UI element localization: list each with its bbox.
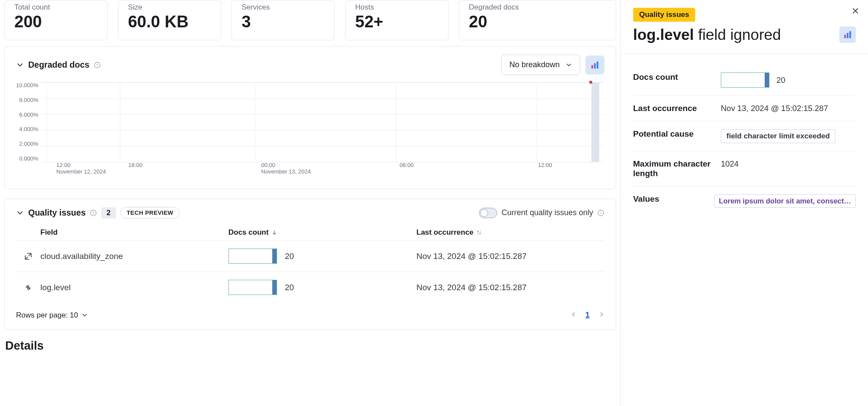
- last-occurrence: Nov 13, 2024 @ 15:02:15.287: [416, 283, 604, 292]
- sort-desc-icon: [271, 229, 277, 236]
- expand-icon[interactable]: [16, 252, 40, 260]
- col-docs[interactable]: Docs count: [228, 228, 416, 237]
- table-row[interactable]: log.level20Nov 13, 2024 @ 15:02:15.287: [16, 272, 604, 303]
- flyout-title: log.level field ignored: [633, 26, 856, 43]
- help-icon[interactable]: ?: [597, 210, 604, 216]
- bar-chart-icon: [591, 61, 599, 69]
- stat-label: Size: [128, 3, 211, 12]
- svg-rect-4: [597, 62, 598, 69]
- close-button[interactable]: [851, 7, 859, 16]
- svg-text:?: ?: [92, 211, 95, 215]
- svg-rect-10: [847, 33, 848, 38]
- stat-value: 60.0 KB: [128, 13, 211, 31]
- stat-size: Size 60.0 KB: [118, 0, 221, 40]
- panel-title: Quality issues: [28, 208, 86, 218]
- stat-label: Total count: [14, 3, 98, 12]
- qi-table-header: Field Docs count Last occurrence: [16, 225, 604, 240]
- bar-chart-icon[interactable]: [839, 26, 856, 43]
- docs-bar: [228, 249, 277, 264]
- current-only-toggle[interactable]: [479, 208, 497, 218]
- stat-hosts: Hosts 52+: [345, 0, 449, 40]
- kv-max-char-label: Maximum character length: [633, 159, 717, 178]
- kv-last-occurrence-label: Last occurrence: [633, 104, 717, 113]
- expand-icon[interactable]: [16, 284, 40, 291]
- rows-per-page-select[interactable]: Rows per page: 10: [16, 311, 88, 320]
- field-name: cloud.availability_zone: [40, 252, 228, 261]
- stat-degraded-docs: Degraded docs 20: [459, 0, 616, 40]
- degraded-docs-panel: Degraded docs ? No breakdown: [4, 46, 616, 189]
- last-occurrence: Nov 13, 2024 @ 15:02:15.287: [416, 252, 604, 261]
- toggle-label: Current quality issues only: [502, 208, 593, 217]
- flyout-badge: Quality issues: [633, 8, 695, 22]
- stat-value: 200: [14, 13, 98, 31]
- svg-text:?: ?: [96, 63, 98, 67]
- docs-bar: [721, 72, 769, 88]
- degraded-chart: 10.000%8.000%6.000%4.000%2.000%0.000%: [16, 82, 604, 162]
- details-heading: Details: [5, 339, 616, 353]
- kv-docs-count-value: 20: [776, 75, 785, 85]
- kv-potential-cause-value: field character limit exceeded: [721, 129, 835, 143]
- stat-value: 3: [241, 13, 325, 31]
- breakdown-select[interactable]: No breakdown: [501, 55, 580, 75]
- svg-rect-11: [849, 31, 851, 38]
- field-name: log.level: [40, 283, 228, 292]
- quality-issues-panel: Quality issues ? 2 TECH PREVIEW Current …: [4, 199, 616, 330]
- kv-max-char-value: 1024: [721, 159, 856, 169]
- stat-label: Services: [241, 3, 325, 12]
- stat-value: 52+: [355, 13, 439, 31]
- svg-rect-3: [594, 63, 596, 69]
- kv-values-label: Values: [633, 194, 711, 204]
- kv-docs-count-label: Docs count: [633, 72, 717, 82]
- stat-value: 20: [469, 13, 606, 31]
- stat-label: Degraded docs: [469, 3, 606, 12]
- chevron-down-icon[interactable]: [16, 61, 24, 69]
- docs-count: 20: [285, 283, 294, 292]
- table-row[interactable]: cloud.availability_zone20Nov 13, 2024 @ …: [16, 240, 604, 272]
- help-icon[interactable]: ?: [94, 62, 101, 69]
- kv-last-occurrence-value: Nov 13, 2024 @ 15:02:15.287: [721, 104, 856, 113]
- docs-count: 20: [285, 252, 294, 261]
- panel-title: Degraded docs: [28, 60, 89, 70]
- pagination: 1: [571, 311, 604, 320]
- kv-potential-cause-label: Potential cause: [633, 129, 717, 139]
- svg-rect-9: [844, 35, 846, 38]
- issues-count-badge: 2: [101, 207, 116, 219]
- col-field[interactable]: Field: [40, 228, 228, 237]
- svg-rect-2: [591, 65, 593, 69]
- chevron-down-icon: [566, 62, 572, 68]
- kv-values-value: Lorem ipsum dolor sit amet, consect…: [714, 194, 856, 208]
- stat-services: Services 3: [231, 0, 335, 40]
- stat-label: Hosts: [355, 3, 439, 12]
- rows-per-page-label: Rows per page: 10: [16, 311, 78, 320]
- chevron-down-icon[interactable]: [16, 209, 24, 217]
- chart-mode-button[interactable]: [585, 56, 604, 75]
- tech-preview-badge: TECH PREVIEW: [120, 207, 180, 219]
- stat-total-count: Total count 200: [4, 0, 108, 40]
- col-last[interactable]: Last occurrence: [416, 228, 604, 237]
- chevron-down-icon: [82, 312, 88, 318]
- issue-flyout: Quality issues log.level field ignored D…: [620, 0, 868, 406]
- svg-text:?: ?: [600, 211, 602, 215]
- sort-icon: [476, 229, 482, 236]
- docs-bar: [228, 280, 277, 295]
- help-icon[interactable]: ?: [90, 210, 97, 216]
- next-page-button[interactable]: [598, 311, 604, 320]
- stats-row: Total count 200 Size 60.0 KB Services 3 …: [4, 0, 616, 40]
- breakdown-label: No breakdown: [509, 60, 560, 69]
- page-current[interactable]: 1: [585, 311, 590, 320]
- prev-page-button[interactable]: [571, 311, 577, 320]
